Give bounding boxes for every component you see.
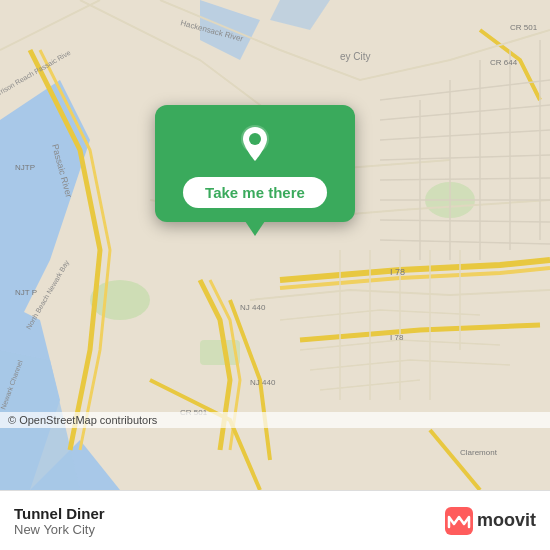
svg-point-7 [90,280,150,320]
location-name: Tunnel Diner [14,505,105,522]
moovit-text: moovit [477,510,536,531]
svg-text:CR 501: CR 501 [510,23,538,32]
copyright-text: © OpenStreetMap contributors [8,414,157,426]
svg-text:I 78: I 78 [390,267,405,277]
popup-card: Take me there [155,105,355,222]
copyright-bar: © OpenStreetMap contributors [0,412,550,428]
moovit-icon [445,507,473,535]
svg-text:Claremont: Claremont [460,448,498,457]
location-pin-icon [233,123,277,167]
svg-point-27 [249,133,261,145]
svg-text:NJTP: NJTP [15,163,35,172]
svg-text:ey City: ey City [340,51,371,62]
svg-text:NJ 440: NJ 440 [250,378,276,387]
take-me-there-button[interactable]: Take me there [183,177,327,208]
location-info: Tunnel Diner New York City [14,505,105,537]
svg-text:NJ 440: NJ 440 [240,303,266,312]
bottom-bar: Tunnel Diner New York City moovit [0,490,550,550]
moovit-logo: moovit [445,507,536,535]
map-container: Passaic River Hackensack River NJ 440 I … [0,0,550,490]
location-city: New York City [14,522,105,537]
svg-text:NJT P: NJT P [15,288,37,297]
svg-text:I 78: I 78 [390,333,404,342]
svg-text:CR 644: CR 644 [490,58,518,67]
